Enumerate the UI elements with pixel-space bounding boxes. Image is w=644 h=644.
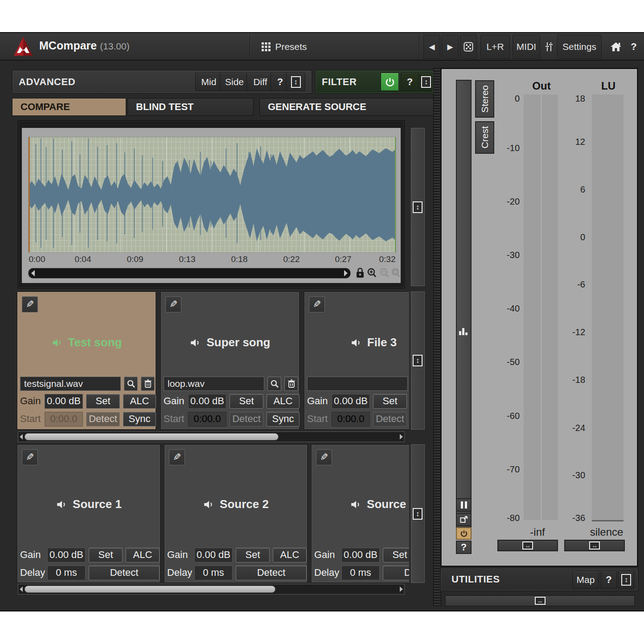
start-value[interactable]: 0:00.0	[45, 412, 83, 427]
gain-value[interactable]: 0.00 dB	[47, 548, 86, 562]
sync-button[interactable]: Sync	[123, 412, 156, 427]
filter-help-button[interactable]: ?	[401, 73, 419, 91]
waveform-display[interactable]	[28, 137, 396, 253]
settings-button[interactable]: Settings	[557, 35, 602, 59]
alc-button[interactable]: ALC	[123, 394, 156, 409]
lock-icon[interactable]	[355, 267, 365, 279]
gain-set-button[interactable]: Set	[89, 548, 123, 562]
source-title: Source 3	[312, 497, 409, 511]
zoom-in-icon[interactable]	[367, 267, 377, 279]
start-value[interactable]: 0:00.0	[188, 412, 226, 427]
detect-button[interactable]: Detect	[89, 566, 160, 580]
clear-file-button[interactable]	[284, 377, 298, 391]
gain-set-button[interactable]: Set	[383, 548, 409, 562]
edit-name-button[interactable]: ✎	[316, 449, 332, 465]
detect-button[interactable]: Detect	[230, 412, 263, 427]
clear-file-button[interactable]	[141, 377, 155, 391]
scroll-right-icon	[400, 434, 403, 439]
sync-button[interactable]: Sync	[267, 412, 299, 427]
out-meter-width-slider[interactable]: ↔	[497, 540, 558, 551]
meters-help-button[interactable]: ?	[456, 541, 472, 554]
gain-label: Gain	[20, 395, 41, 407]
detect-button[interactable]: Detect	[86, 412, 120, 427]
gain-set-button[interactable]: Set	[86, 394, 120, 409]
side-button[interactable]: Side	[220, 73, 249, 91]
detect-button[interactable]: Detect	[383, 566, 409, 580]
prev-preset-button[interactable]: ◀	[423, 35, 440, 59]
row2-scrollbar[interactable]	[18, 584, 405, 595]
filter-power-button[interactable]	[381, 73, 399, 91]
edit-name-button[interactable]: ✎	[165, 296, 181, 312]
gain-value[interactable]: 0.00 dB	[332, 394, 370, 409]
source-panel-source-1[interactable]: ✎ Source 1 Gain 0.00 dB Set ALC Delay 0 …	[17, 444, 160, 583]
edit-name-button[interactable]: ✎	[22, 449, 38, 465]
browse-file-button[interactable]	[124, 377, 138, 391]
browse-file-button[interactable]	[267, 377, 281, 391]
row2-resize-handle[interactable]: ↕	[411, 444, 425, 583]
file-input[interactable]: testsignal.wav	[20, 377, 121, 391]
scrollbar-thumb[interactable]	[25, 433, 279, 440]
diff-button[interactable]: Diff	[246, 73, 274, 91]
detect-button[interactable]: Detect	[236, 566, 307, 580]
advanced-collapse-button[interactable]: ↕	[286, 73, 305, 91]
row1-scrollbar[interactable]	[18, 431, 405, 442]
delay-value[interactable]: 0 ms	[47, 566, 86, 580]
tab-generate-source[interactable]: GENERATE SOURCE	[259, 98, 434, 116]
edit-name-button[interactable]: ✎	[309, 296, 325, 312]
file-input[interactable]	[307, 377, 408, 391]
tab-compare[interactable]: COMPARE	[12, 98, 126, 116]
zoom-out-icon[interactable]	[379, 267, 389, 279]
filter-collapse-button[interactable]: ↕	[420, 73, 432, 91]
gain-set-button[interactable]: Set	[230, 394, 263, 409]
delay-value[interactable]: 0 ms	[341, 566, 380, 580]
waveform-scrollbar[interactable]	[28, 268, 351, 279]
gain-set-button[interactable]: Set	[373, 394, 407, 409]
tab-blind-test[interactable]: BLIND TEST	[127, 98, 254, 116]
pause-meters-button[interactable]	[456, 498, 472, 512]
alc-button[interactable]: ALC	[126, 548, 160, 562]
source-panel-test-song[interactable]: ✎ Test song testsignal.wav Gain 0.00 dB …	[17, 291, 156, 430]
zoom-reset-icon[interactable]	[391, 267, 401, 279]
alc-button[interactable]: ALC	[267, 394, 299, 409]
random-preset-button[interactable]	[460, 35, 477, 59]
waveform-resize-handle[interactable]: ↕	[411, 128, 425, 286]
meters-power-button[interactable]	[456, 527, 472, 540]
map-button[interactable]: Map	[572, 571, 599, 589]
crest-mode-button[interactable]: Crest	[475, 121, 494, 154]
presets-button[interactable]: Presets	[252, 35, 316, 59]
gain-value[interactable]: 0.00 dB	[194, 548, 233, 562]
source-panel-source-3[interactable]: ✎ Source 3 Gain 0.00 dB Set ALC Delay 0 …	[311, 444, 409, 583]
source-panel-source-2[interactable]: ✎ Source 2 Gain 0.00 dB Set ALC Delay 0 …	[164, 444, 308, 583]
popout-meters-button[interactable]	[456, 513, 472, 526]
edit-name-button[interactable]: ✎	[169, 449, 185, 465]
source-panel-file-3[interactable]: ✎ File 3 Gain 0.00 dB Set ALC Start 0:00…	[304, 291, 409, 430]
home-button[interactable]	[606, 35, 626, 59]
utilities-label: UTILITIES	[451, 574, 500, 585]
source-panel-super-song[interactable]: ✎ Super song loop.wav Gain 0.00 dB Set A…	[160, 291, 299, 430]
detect-button[interactable]: Detect	[373, 412, 407, 427]
meter-panel-width-slider[interactable]: ↔	[445, 595, 635, 607]
signal-flow-button[interactable]	[542, 35, 556, 59]
next-preset-button[interactable]: ▶	[442, 35, 459, 59]
gain-value[interactable]: 0.00 dB	[341, 548, 380, 562]
gain-value[interactable]: 0.00 dB	[188, 394, 226, 409]
channel-mode-button[interactable]: L+R	[480, 35, 510, 59]
delay-value[interactable]: 0 ms	[194, 566, 233, 580]
delay-label: Delay	[167, 567, 191, 578]
gain-set-button[interactable]: Set	[236, 548, 270, 562]
utilities-collapse-button[interactable]: ↕	[618, 571, 634, 589]
scrollbar-thumb[interactable]	[25, 586, 275, 593]
lu-meter-width-slider[interactable]: ↔	[564, 540, 625, 551]
stereo-mode-button[interactable]: Stereo	[475, 80, 494, 118]
meter-range-slider[interactable]	[456, 80, 472, 529]
start-value[interactable]: 0:00.0	[332, 412, 370, 427]
utilities-help-button[interactable]: ?	[601, 571, 617, 589]
edit-name-button[interactable]: ✎	[22, 296, 38, 312]
help-button[interactable]: ?	[626, 35, 642, 59]
row1-resize-handle[interactable]: ↕	[411, 291, 425, 430]
mid-button[interactable]: Mid	[195, 73, 222, 91]
gain-value[interactable]: 0.00 dB	[45, 394, 83, 409]
midi-button[interactable]: MIDI	[513, 35, 540, 59]
alc-button[interactable]: ALC	[273, 548, 307, 562]
file-input[interactable]: loop.wav	[164, 377, 264, 391]
